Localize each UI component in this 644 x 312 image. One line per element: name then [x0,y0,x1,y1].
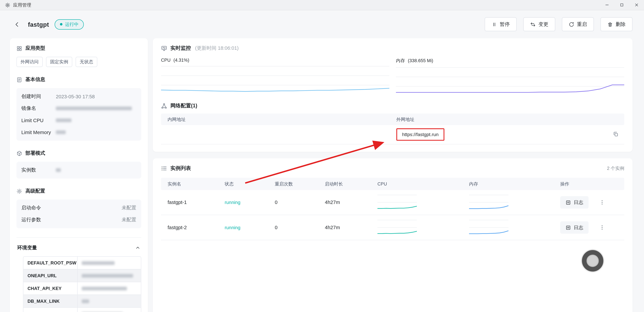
network-row: https://fastgpt.run [161,125,624,144]
window-minimize-button[interactable] [600,0,614,10]
column-operations: 操作 [560,181,624,187]
monitoring-card: 实时监控 (更新时间 18:06:01) CPU (4.31%) [153,38,632,152]
change-button[interactable]: 变更 [523,17,555,31]
instances-header: 实例列表 2 个实例 [161,165,624,172]
redacted-value [56,118,72,122]
restart-button[interactable]: 重启 [562,17,594,31]
instance-restarts: 0 [275,199,325,205]
status-badge-label: 运行中 [65,21,79,27]
column-memory: 内存 [469,181,560,187]
change-button-label: 变更 [538,21,548,28]
cube-icon [16,150,22,156]
redacted-value [82,286,127,290]
copy-icon [613,131,618,137]
info-label: Limit Memory [21,129,56,135]
env-var-name: ONEAPI_URL [24,269,78,282]
redacted-value [82,274,133,277]
app-gear-icon [5,2,10,8]
back-button[interactable] [12,20,21,29]
cpu-sparkline [378,194,417,211]
env-var-name: DEFAULT_ROOT_PSW [24,257,78,269]
list-icon [161,165,167,172]
log-button-label: 日志 [574,199,583,206]
page-header: fastgpt 运行中 暂停 变更 重启 删除 [0,10,644,38]
info-value: 2023-05-30 17:58 [56,94,95,99]
delete-button[interactable]: 删除 [600,17,632,31]
env-vars-table: DEFAULT_ROOT_PSW ONEAPI_URL CHAT_API_KEY… [23,256,141,312]
app-type-tags: 外网访问 固定实例 无状态 [16,57,141,67]
section-basic-info: 基本信息 [16,76,141,83]
memory-chart-label: 内存 [396,58,405,63]
section-deploy-mode: 部署模式 [16,150,141,157]
instance-uptime: 4h27m [325,199,378,205]
copy-address-button[interactable] [613,131,619,138]
window-close-button[interactable] [629,0,644,10]
monitoring-update-time: (更新时间 18:06:01) [195,45,239,52]
memory-sparkline [469,194,508,211]
section-env-vars-title: 环境变量 [17,244,37,251]
redacted-value [56,168,61,172]
env-row: DEFAULT_ROOT_PSW [24,257,141,269]
network-config-title: 网络配置(1) [170,102,197,109]
info-value: 未配置 [122,216,136,223]
info-row-image: 镜像名 [21,102,136,114]
info-row-run-params: 运行参数 未配置 [21,214,136,226]
info-label: 运行参数 [21,216,56,223]
window-title: 应用管理 [13,2,31,8]
cpu-chart-label: CPU [161,58,170,63]
instances-table: 实例名 状态 重启次数 启动时长 CPU 内存 操作 fastgpt-1 run… [161,178,624,240]
instances-count: 2 个实例 [607,165,624,172]
column-uptime: 启动时长 [325,181,378,187]
monitor-icon [161,45,167,51]
tag-fixed-instance: 固定实例 [46,57,72,67]
chevron-up-icon[interactable] [135,245,140,250]
status-dot-icon [60,23,62,26]
row-menu-button[interactable] [598,223,606,233]
memory-line-chart [396,67,624,96]
log-icon [566,200,571,205]
network-config-section: 网络配置(1) 内网地址 外网地址 https://fastgpt.run [161,102,624,144]
info-row-replicas: 实例数 [21,164,136,176]
instance-name: fastgpt-2 [168,225,224,230]
instance-status: running [224,200,275,205]
restart-icon [569,22,574,27]
info-label: 创建时间 [21,93,56,100]
log-button[interactable]: 日志 [560,221,588,234]
app-window: 应用管理 fastgpt 运行中 暂停 变更 重启 [0,0,644,312]
redacted-value [82,299,89,303]
deploy-mode-block: 实例数 [16,162,141,179]
env-row: CHAT_API_KEY [24,282,141,294]
instance-status: running [224,225,275,230]
memory-sparkline [469,219,508,236]
info-label: 实例数 [21,167,56,174]
instance-name: fastgpt-1 [168,199,224,205]
table-row: fastgpt-2 running 0 4h27m [161,215,624,240]
section-app-type: 应用类型 [16,45,141,52]
row-menu-button[interactable] [598,197,606,207]
section-env-vars: 环境变量 DEFAULT_ROOT_PSW ONEAPI_URL CHAT_AP… [16,237,141,312]
pause-button[interactable]: 暂停 [485,17,517,31]
monitoring-header: 实时监控 (更新时间 18:06:01) [161,45,624,52]
table-row: fastgpt-1 running 0 4h27m [161,190,624,215]
close-icon [634,3,639,7]
window-titlebar: 应用管理 [0,0,644,10]
cpu-line-chart [161,66,389,95]
monitoring-title: 实时监控 [170,45,191,52]
section-basic-info-title: 基本信息 [26,76,45,83]
env-var-name: TOKEN_KEY [24,308,78,312]
column-external-address: 外网地址 [390,116,613,122]
env-var-name: CHAT_API_KEY [24,282,78,294]
info-row-created: 创建时间 2023-05-30 17:58 [21,91,136,102]
grid-icon [16,46,22,51]
pause-icon [492,22,497,27]
tag-external-access: 外网访问 [16,57,43,67]
redacted-value [82,261,114,265]
kebab-icon [599,199,605,205]
external-address-link[interactable]: https://fastgpt.run [396,128,444,141]
gear-icon [16,188,22,194]
instance-uptime: 4h27m [325,225,378,230]
info-label: Limit CPU [21,117,56,123]
log-button[interactable]: 日志 [560,196,588,209]
log-icon [566,225,571,230]
window-maximize-button[interactable] [614,0,629,10]
